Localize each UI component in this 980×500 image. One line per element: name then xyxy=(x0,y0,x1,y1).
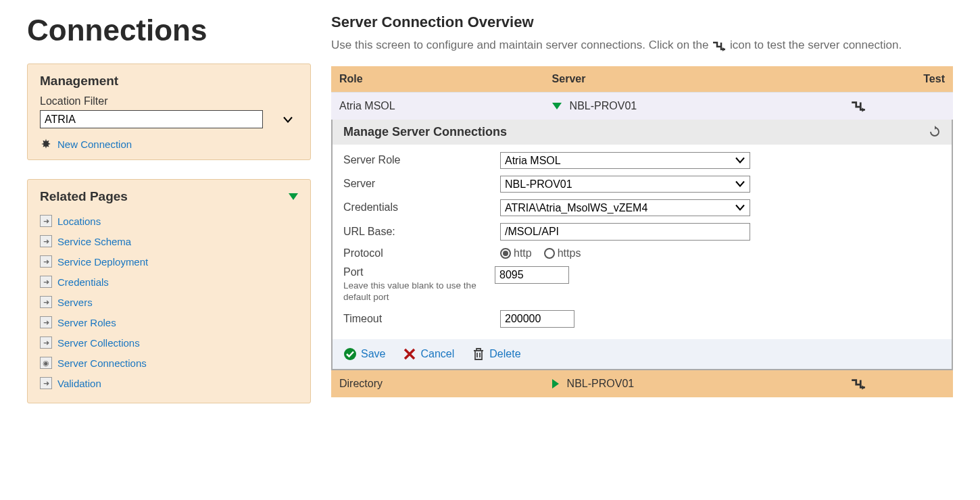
arrow-icon: ➜ xyxy=(40,215,52,227)
management-heading: Management xyxy=(40,74,298,89)
related-link-validation[interactable]: Validation xyxy=(57,378,101,389)
col-test: Test xyxy=(842,66,953,93)
server-role-select[interactable]: Atria MSOL xyxy=(500,152,750,169)
arrow-icon: ➜ xyxy=(40,336,52,349)
trash-icon xyxy=(472,347,485,361)
svg-point-0 xyxy=(344,348,356,360)
editor-title: Manage Server Connections xyxy=(343,125,507,139)
arrow-icon: ➜ xyxy=(40,377,52,389)
location-filter-label: Location Filter xyxy=(40,95,298,107)
table-row[interactable]: Atria MSOL NBL-PROV01 xyxy=(331,92,953,120)
related-pages-panel: Related Pages ➜Locations ➜Service Schema… xyxy=(27,179,311,403)
col-role: Role xyxy=(331,66,544,93)
related-link-credentials[interactable]: Credentials xyxy=(57,276,109,288)
x-icon xyxy=(403,347,416,361)
connection-test-icon xyxy=(712,40,727,52)
related-pages-list: ➜Locations ➜Service Schema ➜Service Depl… xyxy=(40,211,298,393)
protocol-label: Protocol xyxy=(343,247,492,259)
related-link-server-collections[interactable]: Server Collections xyxy=(57,337,140,349)
new-connection-link[interactable]: New Connection xyxy=(57,139,132,150)
arrow-icon: ➜ xyxy=(40,296,52,308)
protocol-http-radio[interactable]: http xyxy=(500,247,532,259)
test-connection-icon[interactable] xyxy=(850,99,945,113)
connection-editor: Manage Server Connections Server Role At… xyxy=(331,120,953,370)
col-server: Server xyxy=(544,66,842,93)
related-link-locations[interactable]: Locations xyxy=(57,216,101,227)
cell-role: Atria MSOL xyxy=(331,92,544,120)
save-button[interactable]: Save xyxy=(343,347,385,361)
collapse-icon[interactable] xyxy=(289,193,298,200)
related-link-server-roles[interactable]: Server Roles xyxy=(57,317,116,328)
related-link-service-schema[interactable]: Service Schema xyxy=(57,236,131,247)
port-helper: Leave this value blank to use the defaul… xyxy=(343,280,479,303)
timeout-label: Timeout xyxy=(343,313,492,325)
arrow-icon: ➜ xyxy=(40,255,52,268)
chevron-down-icon xyxy=(283,114,293,125)
cell-role: Directory xyxy=(331,370,544,397)
arrow-icon: ➜ xyxy=(40,316,52,328)
related-link-service-deployment[interactable]: Service Deployment xyxy=(57,256,148,268)
port-input[interactable] xyxy=(495,266,569,284)
management-panel: Management Location Filter ATRIA New Con… xyxy=(27,64,311,160)
server-label: Server xyxy=(343,178,492,190)
port-label: Port xyxy=(343,266,479,278)
related-pages-heading: Related Pages xyxy=(40,189,128,204)
table-row[interactable]: Directory NBL-PROV01 xyxy=(331,370,953,397)
refresh-icon[interactable] xyxy=(929,126,941,138)
test-connection-icon[interactable] xyxy=(850,377,945,391)
protocol-https-radio[interactable]: https xyxy=(544,247,581,259)
check-icon xyxy=(343,347,357,361)
connections-table: Role Server Test Atria MSOL NBL-PROV01 xyxy=(331,66,953,397)
credentials-select[interactable]: ATRIA\Atria_MsolWS_vZEM4 xyxy=(500,199,750,216)
url-base-input[interactable] xyxy=(500,223,750,241)
expand-icon[interactable] xyxy=(552,379,559,389)
arrow-icon: ➜ xyxy=(40,276,52,288)
page-title: Connections xyxy=(27,14,311,47)
cell-server: NBL-PROV01 xyxy=(567,378,635,390)
expand-icon[interactable] xyxy=(552,103,562,109)
related-link-servers[interactable]: Servers xyxy=(57,297,93,308)
arrow-icon: ➜ xyxy=(40,235,52,247)
server-select[interactable]: NBL-PROV01 xyxy=(500,176,750,193)
credentials-label: Credentials xyxy=(343,201,492,214)
section-title: Server Connection Overview xyxy=(331,14,953,31)
timeout-input[interactable] xyxy=(500,310,574,328)
related-link-server-connections[interactable]: Server Connections xyxy=(57,357,147,369)
gear-icon: ◉ xyxy=(40,357,52,369)
server-role-label: Server Role xyxy=(343,154,492,166)
delete-button[interactable]: Delete xyxy=(472,347,520,361)
star-icon xyxy=(40,138,52,150)
section-description: Use this screen to configure and maintai… xyxy=(331,36,953,54)
cell-server: NBL-PROV01 xyxy=(570,100,637,112)
location-filter-select[interactable]: ATRIA xyxy=(40,110,263,128)
url-base-label: URL Base: xyxy=(343,226,492,238)
cancel-button[interactable]: Cancel xyxy=(403,347,454,361)
